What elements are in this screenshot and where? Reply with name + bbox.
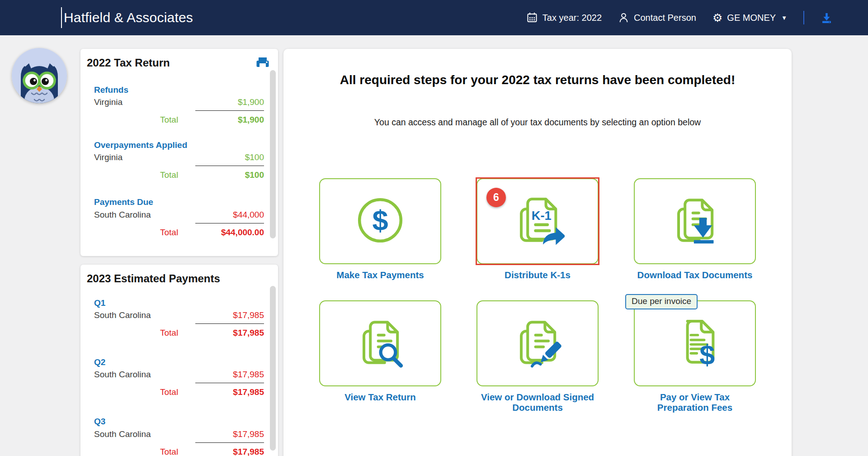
download-tax-documents-tile[interactable]: [634, 178, 756, 264]
total-rule: [195, 442, 264, 443]
download-tax-documents-cell: Download Tax Documents: [634, 178, 756, 280]
total-rule: [195, 323, 264, 324]
total-rule: [195, 383, 264, 383]
amount-row: South Carolina $17,985: [94, 428, 264, 440]
section-heading: Overpayments Applied: [94, 139, 264, 151]
dollar-circle-icon: $: [353, 193, 407, 249]
distribute-k1s-label[interactable]: Distribute K-1s: [505, 270, 571, 280]
download-icon: [821, 12, 833, 24]
view-tax-return-tile[interactable]: [319, 300, 441, 386]
navbar-divider: [803, 11, 804, 24]
amount-row: South Carolina $44,000: [94, 209, 264, 220]
view-tax-return-label[interactable]: View Tax Return: [344, 392, 416, 403]
view-tax-return-cell: View Tax Return: [319, 300, 441, 413]
contact-person-label: Contact Person: [634, 13, 696, 23]
signed-documents-cell: View or Download Signed Documents: [476, 300, 599, 413]
signed-documents-tile[interactable]: [476, 300, 599, 386]
navbar-right: Tax year: 2022 Contact Person ⚙ GE MONEY…: [526, 11, 868, 24]
total-rule: [195, 110, 264, 111]
owl-avatar: [12, 48, 67, 103]
svg-text:$: $: [699, 339, 715, 370]
row-amount: $17,985: [233, 309, 264, 321]
amount-row: Virginia $1,900: [94, 96, 264, 108]
make-tax-payments-tile[interactable]: $: [319, 178, 441, 264]
download-all-button[interactable]: [821, 12, 833, 24]
payments-due-section: Payments Due South Carolina $44,000 Tota…: [94, 196, 264, 238]
k1-count-badge: 6: [486, 188, 506, 207]
distribute-k1s-tile[interactable]: 6 K-1: [476, 178, 599, 264]
row-amount: $100: [245, 152, 264, 163]
download-tax-documents-label[interactable]: Download Tax Documents: [637, 270, 753, 280]
estimated-payments-panel: 2023 Estimated Payments Q1 South Carolin…: [80, 265, 278, 456]
total-rule: [195, 166, 264, 166]
tax-prep-fees-cell: Due per invoice $: [634, 300, 756, 413]
brand-title-text: Hatfield & Associates: [64, 10, 193, 25]
printer-icon: [255, 64, 270, 71]
section-heading: Refunds: [94, 84, 264, 95]
tax-prep-fees-label[interactable]: Pay or View Tax Preparation Fees: [636, 392, 754, 413]
q2-section: Q2 South Carolina $17,985 Total $17,985: [94, 356, 264, 398]
row-amount: $1,900: [238, 96, 264, 108]
row-amount: $17,985: [233, 369, 264, 380]
document-sign-icon: [510, 315, 565, 371]
q3-section: Q3 South Carolina $17,985 Total $17,985: [94, 416, 264, 456]
completion-heading: All required steps for your 2022 tax ret…: [283, 73, 792, 87]
tax-year-selector[interactable]: Tax year: 2022: [526, 12, 602, 24]
text-caret: [61, 7, 62, 28]
overpayments-section: Overpayments Applied Virginia $100 Total…: [94, 139, 264, 180]
chevron-down-icon: ▼: [781, 14, 787, 21]
amount-row: Virginia $100: [94, 152, 264, 163]
row-amount: $44,000: [233, 209, 264, 220]
total-row: Total $17,985: [94, 327, 264, 338]
tax-return-panel: 2022 Tax Return Refunds Virginia $1,900: [80, 49, 278, 256]
make-tax-payments-label[interactable]: Make Tax Payments: [336, 270, 424, 280]
company-dropdown[interactable]: ⚙ GE MONEY ▼: [712, 12, 787, 24]
due-per-invoice-tooltip: Due per invoice: [625, 294, 698, 309]
action-tile-grid: $ Make Tax Payments 6 K-1: [283, 178, 792, 413]
estimated-panel-scrollbar[interactable]: [270, 286, 276, 451]
gear-icon: ⚙: [712, 12, 722, 24]
brand-title: Hatfield & Associates: [64, 10, 193, 25]
total-rule: [195, 223, 264, 223]
company-label: GE MONEY: [727, 13, 776, 23]
total-row: Total $1,900: [94, 114, 264, 125]
total-row: Total $100: [94, 169, 264, 180]
tax-panel-scrollbar[interactable]: [270, 70, 276, 238]
svg-text:K-1: K-1: [532, 209, 552, 223]
total-row: Total $44,000.00: [94, 227, 264, 238]
document-dollar-icon: $: [668, 315, 722, 371]
tax-prep-fees-tile[interactable]: Due per invoice $: [634, 300, 756, 386]
user-icon: [618, 12, 629, 24]
section-heading: Payments Due: [94, 196, 264, 208]
contact-person-menu[interactable]: Contact Person: [618, 12, 696, 24]
k1-share-icon: K-1: [510, 193, 565, 249]
completion-subheading: You can access and manage all of your ta…: [283, 117, 792, 128]
distribute-k1s-cell: 6 K-1 Distribute K-1s: [476, 178, 599, 280]
q1-section: Q1 South Carolina $17,985 Total $17,985: [94, 297, 264, 338]
tax-year-label: Tax year: 2022: [542, 13, 602, 23]
amount-row: South Carolina $17,985: [94, 309, 264, 321]
svg-text:$: $: [372, 204, 388, 236]
print-button[interactable]: [255, 57, 270, 72]
section-heading: Q3: [94, 416, 264, 427]
document-search-icon: [353, 315, 407, 371]
tax-return-panel-title: 2022 Tax Return: [87, 57, 170, 69]
main-content-card: All required steps for your 2022 tax ret…: [283, 49, 792, 456]
total-row: Total $17,985: [94, 446, 264, 456]
top-navbar: Hatfield & Associates Tax year: 2022: [0, 0, 868, 35]
signed-documents-label[interactable]: View or Download Signed Documents: [478, 392, 597, 413]
amount-row: South Carolina $17,985: [94, 369, 264, 380]
estimated-panel-title: 2023 Estimated Payments: [87, 272, 220, 285]
calendar-icon: [526, 12, 538, 24]
row-amount: $17,985: [233, 428, 264, 440]
section-heading: Q1: [94, 297, 264, 309]
refunds-section: Refunds Virginia $1,900 Total $1,900: [94, 84, 264, 125]
total-row: Total $17,985: [94, 386, 264, 398]
document-download-icon: [668, 193, 722, 249]
make-tax-payments-cell: $ Make Tax Payments: [319, 178, 441, 280]
section-heading: Q2: [94, 356, 264, 368]
